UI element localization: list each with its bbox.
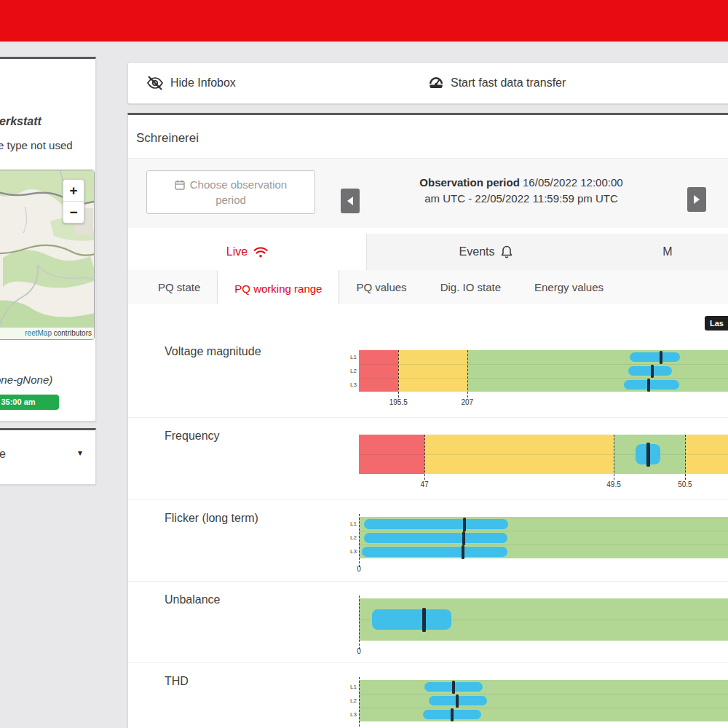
subtab-label: Dig. IO state	[440, 281, 501, 293]
device-meta: one-gNone)	[0, 373, 52, 386]
tab-live[interactable]: Live	[128, 234, 367, 271]
gauge-icon	[428, 76, 444, 90]
measurement-value-tick	[651, 365, 654, 378]
observation-period-dates1: 16/05/2022 12:00:00	[520, 176, 623, 189]
calendar-icon	[175, 180, 185, 190]
sidebar-dropdown-card: e ▾	[0, 428, 96, 485]
main-panel: Schreinerei Choose observation period Ob…	[127, 113, 728, 728]
boundary-line	[359, 596, 360, 649]
measurement-value-tick	[463, 518, 466, 531]
boundary-line	[685, 435, 686, 480]
lane-separator	[359, 531, 728, 531]
tab-label: Live	[226, 245, 248, 258]
lane-label-l2: L2	[345, 534, 357, 541]
dropdown-label: e	[0, 448, 6, 461]
pq-row-voltage-magnitude: Voltage magnitudeL1L2L3195.5207	[128, 333, 728, 417]
boundary-line	[614, 435, 614, 480]
eye-slash-icon	[146, 76, 164, 90]
measurement-range-pill	[362, 547, 507, 557]
range-zone	[359, 680, 728, 721]
boundary-label: 195.5	[389, 398, 408, 406]
map-attribution-link[interactable]: reetMap	[25, 329, 52, 337]
measurement-value-tick	[647, 379, 650, 392]
boundary-label: 50.5	[678, 480, 692, 488]
observation-period-dates2: am UTC - 22/05/2022 11:59:59 pm UTC	[424, 192, 618, 205]
boundary-line	[467, 350, 468, 397]
next-period-button[interactable]	[687, 187, 706, 212]
map-attribution-rest: contributors	[52, 329, 92, 337]
subtab-label: PQ values	[356, 281, 406, 293]
lane-separator	[359, 545, 728, 545]
pq-row-frequency: Frequency4749.550.5	[128, 417, 728, 499]
start-fast-transfer-button[interactable]: Start fast data transfer	[428, 63, 566, 103]
lane-label-l1: L1	[345, 521, 357, 527]
map-attribution: reetMap contributors	[0, 328, 94, 339]
lane-label-l3: L3	[345, 548, 357, 555]
map-zoom-controls: + −	[63, 179, 84, 223]
tab-m[interactable]: M	[604, 234, 728, 270]
chevron-left-icon	[347, 197, 353, 205]
observation-period-label: Observation period	[419, 176, 520, 189]
working-range-band: L1L2L3195.5207	[359, 350, 728, 392]
pq-row-flicker-long-term: Flicker (long term)L1L2L30	[128, 499, 728, 581]
boundary-label: 0	[357, 565, 361, 573]
range-zone	[467, 350, 728, 392]
wifi-icon	[253, 247, 268, 258]
toolbar: Hide Infobox Start fast data transfer	[127, 62, 728, 104]
chevron-down-icon[interactable]: ▾	[78, 448, 82, 458]
subtab-pq-state[interactable]: PQ state	[141, 270, 217, 304]
lane-label-l2: L2	[345, 368, 357, 374]
device-info-card: erkstatt e type not used + − reetMap	[0, 57, 96, 422]
pq-row-title: Unbalance	[128, 582, 343, 662]
measurement-range-pill	[630, 352, 680, 362]
observation-period-text: Observation period 16/05/2022 12:00:00 a…	[376, 175, 667, 207]
pq-rows: Voltage magnitudeL1L2L3195.5207Frequency…	[128, 333, 728, 728]
pq-row-title: THD	[128, 663, 343, 728]
subtab-dig-io-state[interactable]: Dig. IO state	[424, 270, 518, 304]
pq-content: Las Voltage magnitudeL1L2L3195.5207Frequ…	[128, 304, 728, 728]
subtab-energy-values[interactable]: Energy values	[518, 270, 620, 304]
working-range-band: 0	[359, 598, 728, 641]
device-note: e type not used	[0, 139, 73, 151]
boundary-label: 0	[357, 647, 361, 655]
lane-label-l2: L2	[345, 697, 357, 704]
location-map[interactable]: + − reetMap contributors	[0, 170, 95, 340]
boundary-label: 49.5	[606, 480, 620, 488]
boundary-line	[398, 350, 399, 397]
measurement-range-pill	[628, 366, 672, 376]
pq-row-thd: THDL1L2L30	[128, 662, 728, 728]
subtab-pq-working-range[interactable]: PQ working range	[217, 270, 339, 308]
lane-separator	[359, 694, 728, 695]
boundary-line	[359, 514, 360, 567]
lane-separator	[359, 454, 728, 455]
map-zoom-out-button[interactable]: −	[63, 201, 84, 223]
lane-separator	[359, 378, 728, 379]
map-zoom-in-button[interactable]: +	[63, 180, 84, 201]
pq-row-title: Flicker (long term)	[128, 500, 343, 581]
boundary-line	[359, 677, 360, 728]
measurement-range-pill	[364, 519, 509, 529]
device-title: erkstatt	[0, 115, 41, 128]
working-range-band: L1L2L30	[359, 680, 728, 721]
previous-period-button[interactable]	[341, 189, 360, 213]
subtab-label: PQ state	[158, 281, 200, 293]
lane-separator	[359, 708, 728, 708]
lane-label-l3: L3	[345, 381, 357, 388]
choose-observation-period-button[interactable]: Choose observation period	[146, 170, 315, 214]
hide-infobox-label: Hide Infobox	[170, 76, 236, 90]
subtab-label: PQ working range	[234, 282, 322, 295]
subtab-pq-values[interactable]: PQ values	[339, 270, 423, 304]
measurement-value-tick	[422, 608, 426, 632]
tab-events[interactable]: Events	[367, 234, 604, 270]
boundary-label: 207	[461, 398, 473, 406]
measurement-value-tick	[452, 681, 455, 694]
measurement-value-tick	[456, 695, 459, 708]
pq-row-title: Frequency	[128, 418, 343, 499]
hide-infobox-button[interactable]: Hide Infobox	[146, 63, 236, 103]
measurement-range-pill	[364, 533, 507, 543]
tab-label: Events	[459, 245, 495, 258]
page-title: Schreinerei	[136, 131, 199, 146]
pq-row-title: Voltage magnitude	[128, 333, 343, 417]
main-tabs: LiveEventsM	[128, 234, 728, 271]
range-zone	[359, 350, 398, 392]
